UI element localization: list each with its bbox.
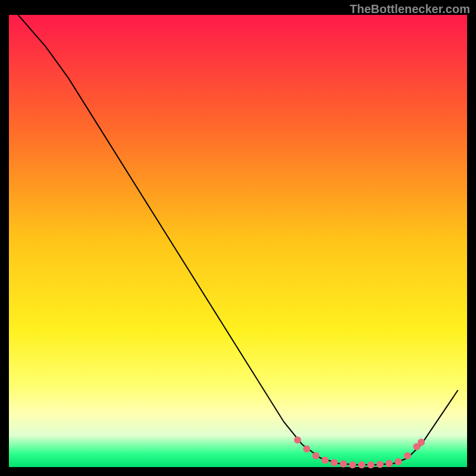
marker-dot (349, 461, 356, 468)
marker-dot (331, 459, 338, 466)
marker-dot (303, 446, 311, 453)
plot-background (9, 15, 467, 467)
marker-dot (321, 457, 328, 464)
marker-dot (340, 461, 347, 468)
bottleneck-chart: TheBottlenecker.com (0, 0, 476, 476)
marker-dot (312, 452, 320, 459)
marker-dot (358, 461, 365, 468)
marker-dot (418, 439, 425, 446)
marker-dot (294, 436, 301, 443)
marker-dot (377, 461, 384, 468)
marker-dot (395, 458, 402, 465)
marker-dot (404, 452, 411, 459)
marker-dot (386, 460, 393, 467)
chart-canvas (0, 0, 476, 476)
marker-dot (367, 461, 374, 468)
watermark-text: TheBottlenecker.com (350, 2, 470, 16)
